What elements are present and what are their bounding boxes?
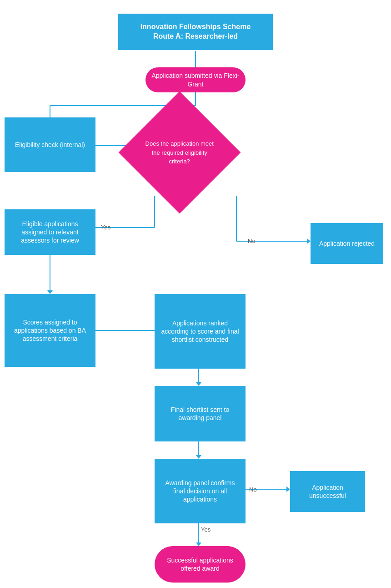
eligible-apps-box: Eligible applications assigned to releva…	[5, 209, 95, 255]
awarding-panel-box: Awarding panel confirms final decision o…	[155, 459, 246, 523]
flowchart: Innovation Fellowships Scheme Route A: R…	[0, 0, 391, 588]
svg-marker-15	[47, 290, 53, 294]
yes2-label: Yes	[201, 526, 211, 533]
shortlist-sent-box: Final shortlist sent to awarding panel	[155, 386, 246, 441]
svg-marker-13	[307, 238, 311, 244]
title-box: Innovation Fellowships Scheme Route A: R…	[118, 14, 273, 50]
svg-marker-23	[286, 487, 290, 492]
eligibility-diamond: Does the application meet the required e…	[119, 91, 241, 214]
eligibility-check-box: Eligibility check (internal)	[5, 117, 95, 172]
svg-marker-21	[196, 455, 201, 459]
unsuccessful-box: Application unsuccessful	[290, 471, 365, 512]
scores-box: Scores assigned to applications based on…	[5, 294, 95, 367]
start-oval: Application submitted via Flexi-Grant	[145, 67, 246, 92]
rejected-box: Application rejected	[311, 223, 383, 264]
svg-marker-25	[196, 542, 201, 546]
successful-oval: Successful applications offered award	[155, 546, 246, 583]
no2-label: No	[249, 486, 257, 493]
no-label: No	[248, 238, 256, 244]
ranked-box: Applications ranked according to score a…	[155, 294, 246, 369]
yes-label: Yes	[101, 224, 110, 231]
svg-marker-19	[196, 382, 201, 386]
